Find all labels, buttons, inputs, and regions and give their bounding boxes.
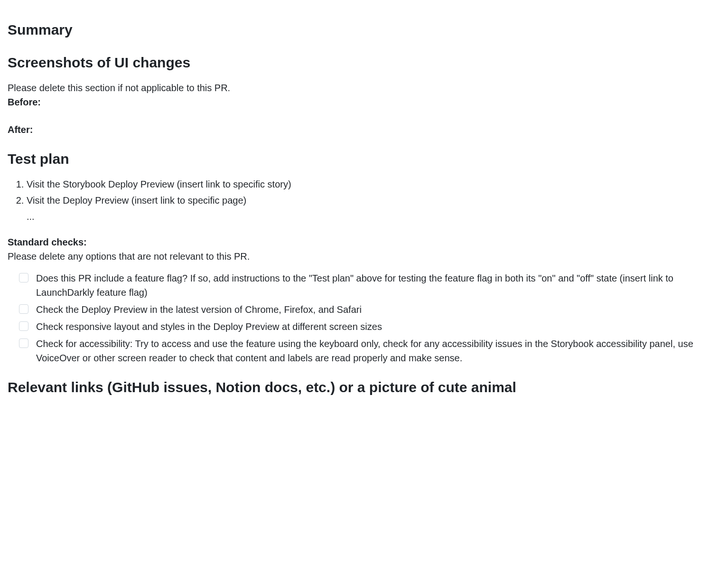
relevant-links-heading: Relevant links (GitHub issues, Notion do… [8,376,720,398]
testplan-step: Visit the Storybook Deploy Preview (inse… [27,177,720,191]
screenshots-note: Please delete this section if not applic… [8,81,720,95]
task-item-label: Does this PR include a feature flag? If … [36,273,673,298]
standard-checks-heading: Standard checks: [8,235,720,249]
task-item-label: Check responsive layout and styles in th… [36,321,382,332]
task-item: Check the Deploy Preview in the latest v… [19,302,720,317]
standard-checks-note: Please delete any options that are not r… [8,249,720,263]
task-item-label: Check the Deploy Preview in the latest v… [36,304,362,315]
checkbox-icon[interactable] [19,273,28,282]
task-item-label: Check for accessibility: Try to access a… [36,338,693,363]
after-label: After: [8,122,720,137]
before-label: Before: [8,95,720,109]
standard-checks-list: Does this PR include a feature flag? If … [8,271,720,365]
task-item: Check for accessibility: Try to access a… [19,337,720,365]
checkbox-icon[interactable] [19,321,28,331]
summary-heading: Summary [8,19,720,40]
testplan-heading: Test plan [8,148,720,169]
screenshots-heading: Screenshots of UI changes [8,52,720,73]
task-item: Does this PR include a feature flag? If … [19,271,720,300]
testplan-ellipsis: ... [27,209,720,224]
task-item: Check responsive layout and styles in th… [19,320,720,334]
testplan-steps: Visit the Storybook Deploy Preview (inse… [8,177,720,224]
testplan-step: Visit the Deploy Preview (insert link to… [27,193,720,207]
checkbox-icon[interactable] [19,304,28,314]
checkbox-icon[interactable] [19,338,28,348]
